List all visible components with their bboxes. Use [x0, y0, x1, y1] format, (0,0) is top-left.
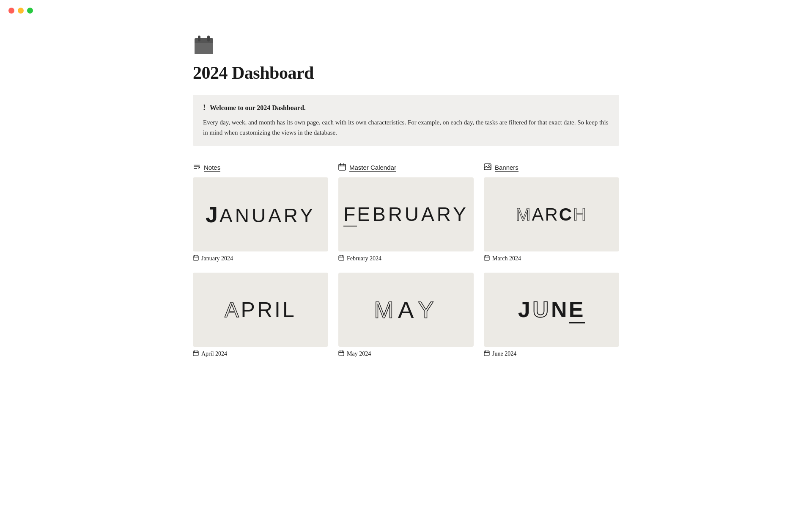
february-label-text: February 2024 [347, 255, 381, 262]
svg-rect-34 [484, 351, 489, 356]
svg-rect-26 [193, 351, 198, 356]
june-cal-icon [484, 350, 490, 358]
svg-rect-2 [198, 36, 200, 41]
svg-rect-4 [195, 41, 213, 43]
june-wrapper: J U N E June 2024 [484, 273, 619, 358]
may-wrapper: M A Y May 2024 [338, 273, 474, 358]
svg-rect-22 [484, 256, 489, 260]
section-master-calendar[interactable]: Master Calendar [338, 163, 474, 172]
february-cal-icon [338, 255, 344, 262]
banners-icon [484, 163, 491, 172]
minimize-button[interactable] [18, 8, 24, 14]
february-card[interactable]: FEBRUARY [338, 177, 474, 251]
march-label: March 2024 [484, 255, 619, 262]
maximize-button[interactable] [27, 8, 33, 14]
svg-point-13 [488, 165, 490, 166]
callout-icon: ! [203, 103, 206, 112]
svg-rect-30 [339, 351, 344, 356]
page-title: 2024 Dashboard [193, 63, 619, 83]
march-display: M A R C H [516, 204, 587, 225]
february-label: February 2024 [338, 255, 474, 262]
svg-rect-18 [339, 256, 344, 260]
april-label: April 2024 [193, 350, 328, 358]
january-card[interactable]: JANUARY [193, 177, 328, 251]
june-card[interactable]: J U N E [484, 273, 619, 347]
svg-rect-14 [193, 256, 198, 260]
january-wrapper: JANUARY January 2024 [193, 177, 328, 262]
april-label-text: April 2024 [201, 351, 227, 357]
callout-header: ! Welcome to our 2024 Dashboard. [203, 103, 609, 112]
callout-body: Every day, week, and month has its own p… [203, 117, 609, 138]
may-display: M A Y [374, 296, 438, 323]
april-display: A P R I L [225, 298, 296, 322]
notes-label: Notes [204, 164, 220, 172]
may-cal-icon [338, 350, 344, 358]
svg-rect-3 [207, 36, 210, 41]
main-content: 2024 Dashboard ! Welcome to our 2024 Das… [152, 0, 660, 383]
close-button[interactable] [8, 8, 14, 14]
may-card[interactable]: M A Y [338, 273, 474, 347]
january-cal-icon [193, 255, 199, 262]
page-icon [193, 34, 215, 56]
traffic-lights [0, 0, 41, 21]
march-wrapper: M A R C H March 2024 [484, 177, 619, 262]
february-display: FEBRUARY [343, 203, 469, 226]
section-notes[interactable]: Notes [193, 163, 328, 172]
months-grid: JANUARY January 2024 FEBRUAR [193, 177, 619, 358]
callout-box: ! Welcome to our 2024 Dashboard. Every d… [193, 95, 619, 146]
may-label-text: May 2024 [347, 351, 371, 357]
march-label-text: March 2024 [492, 255, 521, 262]
june-label: June 2024 [484, 350, 619, 358]
january-display: JANUARY [206, 202, 315, 227]
svg-rect-8 [339, 164, 346, 170]
section-headers: Notes Master Calendar Banne [193, 163, 619, 172]
may-label: May 2024 [338, 350, 474, 358]
callout-heading: Welcome to our 2024 Dashboard. [210, 104, 306, 112]
april-wrapper: A P R I L April 2024 [193, 273, 328, 358]
april-cal-icon [193, 350, 199, 358]
june-label-text: June 2024 [492, 351, 516, 357]
february-wrapper: FEBRUARY February 2024 [338, 177, 474, 262]
january-label: January 2024 [193, 255, 328, 262]
notes-icon [193, 163, 200, 172]
banners-label: Banners [495, 164, 518, 172]
calendar-icon [338, 163, 346, 172]
april-card[interactable]: A P R I L [193, 273, 328, 347]
section-banners[interactable]: Banners [484, 163, 619, 172]
march-cal-icon [484, 255, 490, 262]
march-card[interactable]: M A R C H [484, 177, 619, 251]
june-display: J U N E [518, 296, 585, 323]
master-calendar-label: Master Calendar [349, 164, 396, 172]
january-label-text: January 2024 [201, 255, 233, 262]
svg-rect-1 [195, 41, 213, 54]
